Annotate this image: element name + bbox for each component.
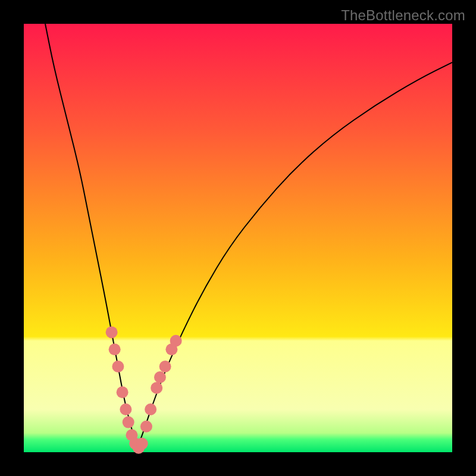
data-marker: [109, 343, 121, 355]
plot-area: [24, 24, 452, 452]
data-marker: [145, 403, 156, 415]
data-marker: [140, 421, 152, 433]
data-marker: [154, 371, 166, 383]
watermark-label: TheBottleneck.com: [341, 7, 465, 24]
data-marker: [112, 361, 124, 372]
chart-frame: TheBottleneck.com: [0, 0, 476, 476]
data-marker: [136, 438, 148, 450]
curve-layer: [24, 24, 452, 452]
data-marker: [120, 403, 131, 415]
data-marker: [151, 382, 162, 394]
data-marker: [159, 361, 171, 372]
data-marker: [123, 416, 134, 428]
curve-left: [45, 24, 137, 448]
data-marker: [117, 386, 129, 398]
marker-group: [106, 326, 182, 453]
data-marker: [170, 335, 182, 347]
data-marker: [106, 326, 118, 338]
curve-right: [137, 62, 452, 448]
